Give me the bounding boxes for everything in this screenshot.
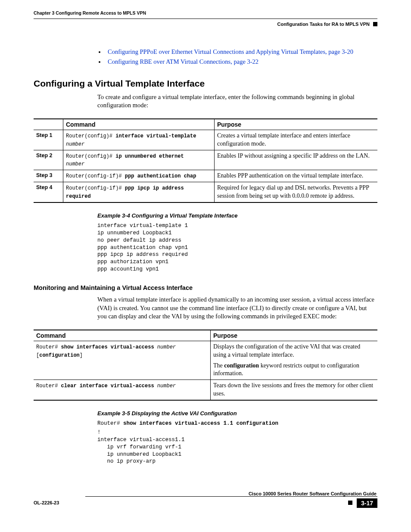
command-table-2: Command Purpose Router# show interfaces …: [34, 330, 377, 401]
command-cell: Router# show interfaces virtual-access n…: [34, 341, 211, 380]
bullet-item: Configuring PPPoE over Ethernet Virtual …: [105, 48, 377, 56]
example-3-4-title: Example 3-4 Configuring a Virtual Templa…: [97, 212, 377, 219]
step-label: Step 1: [34, 130, 63, 150]
col-purpose: Purpose: [211, 330, 378, 341]
purpose-cell: Required for legacy dial up and DSL netw…: [215, 182, 378, 202]
table-row: Step 4 Router(config-if)# ppp ipcp ip ad…: [34, 182, 377, 202]
col-command: Command: [34, 330, 211, 341]
step-label: Step 2: [34, 150, 63, 170]
link-pppoe[interactable]: Configuring PPPoE over Ethernet Virtual …: [108, 48, 353, 55]
header-marker-box: [373, 22, 377, 26]
example-3-5-cmd: Router# show interfaces virtual-access 1…: [97, 420, 377, 427]
command-cell: Router# clear interface virtual-access n…: [34, 380, 211, 400]
purpose-cell: Enables PPP authentication on the virtua…: [215, 170, 378, 182]
command-cell: Router(config)# ip unnumbered ethernetnu…: [63, 150, 215, 170]
example-3-5-title: Example 3-5 Displaying the Active VAI Co…: [97, 410, 377, 417]
table-row: Router# show interfaces virtual-access n…: [34, 341, 377, 380]
example-3-5-code: ! interface virtual-access1.1 ip vrf for…: [97, 429, 377, 465]
example-3-4-code: interface virtual-template 1 ip unnumber…: [97, 222, 377, 273]
table-row: Step 1 Router(config)# interface virtual…: [34, 130, 377, 150]
table-row: Step 2 Router(config)# ip unnumbered eth…: [34, 150, 377, 170]
subsection-paragraph: When a virtual template interface is app…: [97, 296, 377, 321]
table-row: Router# clear interface virtual-access n…: [34, 380, 377, 400]
link-list-block: Configuring PPPoE over Ethernet Virtual …: [97, 48, 377, 65]
purpose-cell: Enables IP without assigning a specific …: [215, 150, 378, 170]
footer-marker-box: [348, 501, 352, 505]
step-label: Step 4: [34, 182, 63, 202]
table-row: Step 3 Router(config-if)# ppp authentica…: [34, 170, 377, 182]
col-command: Command: [63, 119, 215, 130]
subsection-heading: Monitoring and Maintaining a Virtual Acc…: [34, 284, 377, 291]
chapter-label: Chapter 3 Configuring Remote Access to M…: [34, 10, 146, 16]
purpose-cell: Tears down the live sessions and frees t…: [211, 380, 378, 400]
purpose-cell: Displays the configuration of the active…: [211, 341, 378, 380]
section-heading: Configuring a Virtual Template Interface: [34, 78, 377, 89]
purpose-cell: Creates a virtual template interface and…: [215, 130, 378, 150]
footer-guide-title: Cisco 10000 Series Router Software Confi…: [249, 491, 377, 496]
page-header: Chapter 3 Configuring Remote Access to M…: [34, 10, 377, 27]
step-label: Step 3: [34, 170, 63, 182]
page-number: 3-17: [357, 498, 377, 508]
header-right-title: Configuration Tasks for RA to MPLS VPN: [277, 22, 370, 27]
col-step: [34, 119, 63, 130]
command-table-1: Command Purpose Step 1 Router(config)# i…: [34, 118, 377, 203]
bullet-item: Configuring RBE over ATM Virtual Connect…: [105, 58, 377, 65]
footer-doc-id: OL-2226-23: [34, 498, 59, 505]
link-rbe[interactable]: Configuring RBE over ATM Virtual Connect…: [108, 58, 258, 65]
command-cell: Router(config)# interface virtual-templa…: [63, 130, 215, 150]
command-cell: Router(config-if)# ppp authentication ch…: [63, 170, 215, 182]
command-cell: Router(config-if)# ppp ipcp ip address r…: [63, 182, 215, 202]
intro-paragraph: To create and configure a virtual templa…: [97, 93, 377, 110]
col-purpose: Purpose: [215, 119, 378, 130]
page-footer: Cisco 10000 Series Router Software Confi…: [34, 491, 377, 508]
